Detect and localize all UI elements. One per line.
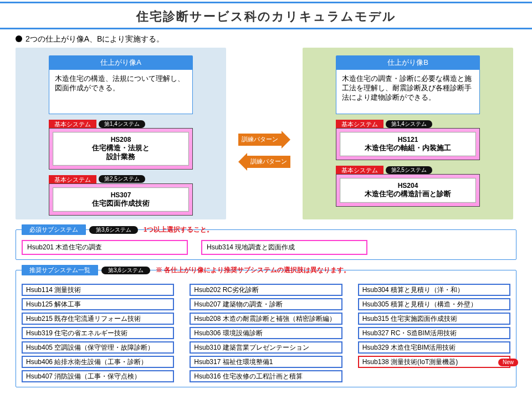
recommended-item: Hsub114 測量技術 <box>22 284 174 296</box>
system-card: 基本システム第1,4システムHS208住宅構造・法規と設計業務 <box>49 120 193 170</box>
card-tab: 基本システム <box>49 120 96 128</box>
system-card: 基本システム第2,5システムHS204木造住宅の構造計画と診断 <box>336 166 480 206</box>
recommended-note: ※ 各仕上がり像により推奨サブシステムの選択肢は異なります。 <box>156 266 350 274</box>
lead-text: 2つの仕上がり像A、Bにより実施する。 <box>16 33 516 48</box>
card-title: 木造住宅の構造計画と診断 <box>342 190 473 198</box>
recommended-item: Hsub315 住宅実施図面作成技術 <box>358 313 510 325</box>
card-pill: 第2,5システム <box>99 175 145 183</box>
arrows: 訓練パターン 訓練パターン <box>226 48 303 171</box>
recommended-item: Hsub207 建築物の調査・診断 <box>190 298 342 310</box>
recommended-pill: 第3,6システム <box>101 267 150 274</box>
required-label: 必須サブシステム <box>22 224 86 235</box>
card-code: HS204 <box>342 182 473 190</box>
recommended-item: Hsub406 給排水衛生設備（工事・診断） <box>22 356 174 368</box>
page-title: 住宅診断サービス科のカリキュラムモデル <box>0 5 532 26</box>
recommended-item: Hsub306 環境設備診断 <box>190 327 342 339</box>
arrow-right: 訓練パターン <box>238 131 290 149</box>
recommended-item: Hsub125 解体工事 <box>22 298 174 310</box>
card-pill: 第2,5システム <box>386 166 432 174</box>
card-tab: 基本システム <box>49 175 96 183</box>
arrow-left: 訓練パターン <box>238 153 290 171</box>
recommended-item: Hsub316 住宅改修の工程計画と積算 <box>190 370 342 382</box>
recommended-item: Hsub407 消防設備（工事・保守点検） <box>22 370 174 382</box>
profile-b: 仕上がり像B 木造住宅の調査・診断に必要な構造と施工法を理解し、耐震診断及び各種… <box>303 48 513 219</box>
required-item: Hsub314 現地調査と図面作成 <box>201 240 367 255</box>
profile-a-head: 仕上がり像A <box>49 55 193 70</box>
recommended-item: Hsub208 木造の耐震診断と補強（精密診断編） <box>190 313 342 325</box>
card-tab: 基本システム <box>336 120 383 128</box>
card-title: 住宅図面作成技術 <box>55 199 186 208</box>
recommended-item: Hsub327 RC・S造BIM活用技術 <box>358 327 510 339</box>
required-pill: 第3,6システム <box>89 226 138 234</box>
recommended-item: Hsub304 積算と見積り（洋・和） <box>358 284 510 296</box>
recommended-item: Hsub310 建築営業プレゼンテーション <box>190 341 342 354</box>
card-pill: 第1,4システム <box>386 120 432 128</box>
card-title: 木造住宅の軸組・内装施工 <box>342 144 473 152</box>
card-tab: 基本システム <box>336 166 383 174</box>
system-card: 基本システム第1,4システムHS121木造住宅の軸組・内装施工 <box>336 120 480 160</box>
card-title: 住宅構造・法規と設計業務 <box>55 144 186 162</box>
profile-a-desc: 木造住宅の構造、法規について理解し、図面作成ができる。 <box>49 70 193 114</box>
recommended-item: Hsub405 空調設備（保守管理・故障診断） <box>22 341 174 354</box>
required-section: 必須サブシステム 第3,6システム 1つ以上選択すること。 Hsub201 木造… <box>16 229 516 260</box>
system-card: 基本システム第2,5システムHS307住宅図面作成技術 <box>49 175 193 216</box>
new-badge: New <box>498 359 518 366</box>
profile-b-head: 仕上がり像B <box>336 55 480 70</box>
recommended-item: Hsub305 積算と見積り（構造・外壁） <box>358 298 510 310</box>
required-item: Hsub201 木造住宅の調査 <box>22 240 188 255</box>
card-pill: 第1,4システム <box>99 120 145 128</box>
bullet-icon <box>16 35 22 42</box>
card-code: HS307 <box>55 191 186 199</box>
recommended-item-new: Hsub138 測量技術(IoT測量機器)New <box>358 356 510 368</box>
recommended-item: Hsub215 既存住宅流通リフォーム技術 <box>22 313 174 325</box>
recommended-item: Hsub317 福祉住環境整備1 <box>190 356 342 368</box>
profiles-stage: 仕上がり像A 木造住宅の構造、法規について理解し、図面作成ができる。 基本システ… <box>16 48 516 219</box>
recommended-label: 推奨サブシステム一覧 <box>22 265 98 275</box>
card-code: HS208 <box>55 136 186 144</box>
card-code: HS121 <box>342 136 473 144</box>
required-note: 1つ以上選択すること。 <box>144 226 213 234</box>
profile-a: 仕上がり像A 木造住宅の構造、法規について理解し、図面作成ができる。 基本システ… <box>16 48 226 219</box>
recommended-item: Hsub319 住宅の省エネルギー技術 <box>22 327 174 339</box>
profile-b-desc: 木造住宅の調査・診断に必要な構造と施工法を理解し、耐震診断及び各種診断手法により… <box>336 70 480 114</box>
recommended-item: Hsub202 RC劣化診断 <box>190 284 342 296</box>
recommended-section: 推奨サブシステム一覧 第3,6システム ※ 各仕上がり像により推奨サブシステムの… <box>16 270 516 387</box>
recommended-item: Hsub329 木造住宅BIM活用技術 <box>358 341 510 354</box>
